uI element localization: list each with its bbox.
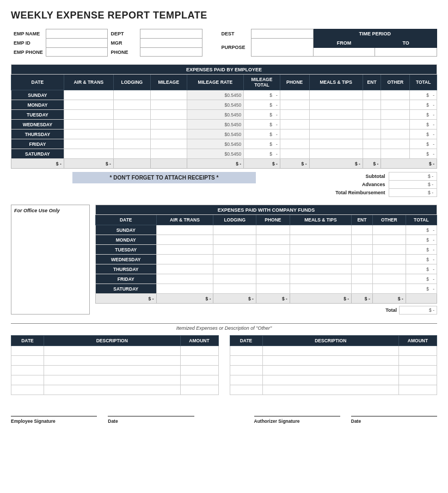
dept-value[interactable] [140,29,202,39]
cf-lodging-cell[interactable] [213,264,256,274]
meals-cell[interactable] [309,149,363,159]
emp-phone-value[interactable] [46,48,108,57]
lodging-cell[interactable] [113,139,150,149]
it-amount[interactable] [399,375,437,385]
other-cell[interactable] [381,110,410,120]
other-cell[interactable] [381,130,410,139]
purpose-value[interactable] [251,39,314,57]
phone-cell[interactable] [280,139,309,149]
mileage-cell[interactable] [150,110,187,120]
it-date[interactable] [230,375,262,385]
mileage-cell[interactable] [150,149,187,159]
authorizer-date-field[interactable]: Date [351,408,437,424]
it-date[interactable] [11,366,44,375]
other-cell[interactable] [381,90,410,100]
advances-value[interactable]: $ - [389,181,437,189]
cf-meals-cell[interactable] [290,284,351,294]
cf-lodging-cell[interactable] [213,225,256,235]
cf-other-cell[interactable] [372,255,406,264]
it-desc[interactable] [44,385,181,395]
air-trans-cell[interactable] [64,139,113,149]
cf-ent-cell[interactable] [352,264,373,274]
cf-meals-cell[interactable] [290,255,351,264]
ent-cell[interactable] [363,100,381,110]
dest-value[interactable] [251,29,314,39]
cf-phone-cell[interactable] [256,245,290,255]
cf-ent-cell[interactable] [352,245,373,255]
it-desc[interactable] [262,375,399,385]
other-cell[interactable] [381,120,410,130]
cf-phone-cell[interactable] [256,235,290,245]
cf-air-cell[interactable] [156,264,213,274]
it-amount[interactable] [399,356,437,366]
cf-air-cell[interactable] [156,245,213,255]
it-amount[interactable] [180,346,218,356]
cf-lodging-cell[interactable] [213,284,256,294]
it-amount[interactable] [399,346,437,356]
mileage-cell[interactable] [150,90,187,100]
it-amount[interactable] [399,385,437,395]
cf-other-cell[interactable] [372,284,406,294]
cf-other-cell[interactable] [372,235,406,245]
phone-cell[interactable] [280,130,309,139]
meals-cell[interactable] [309,100,363,110]
lodging-cell[interactable] [113,90,150,100]
phone-cell[interactable] [280,110,309,120]
it-desc[interactable] [262,385,399,395]
phone-cell[interactable] [280,100,309,110]
meals-cell[interactable] [309,130,363,139]
cf-meals-cell[interactable] [290,225,351,235]
cf-other-cell[interactable] [372,245,406,255]
phone-cell[interactable] [280,149,309,159]
phone-cell[interactable] [280,90,309,100]
lodging-cell[interactable] [113,110,150,120]
cf-ent-cell[interactable] [352,225,373,235]
emp-id-value[interactable] [46,39,108,48]
cf-air-cell[interactable] [156,235,213,245]
employee-date-field[interactable]: Date [108,408,194,424]
it-desc[interactable] [44,356,181,366]
it-desc[interactable] [262,356,399,366]
ent-cell[interactable] [363,110,381,120]
cf-air-cell[interactable] [156,225,213,235]
other-cell[interactable] [381,149,410,159]
to-value[interactable] [375,48,437,57]
cf-other-cell[interactable] [372,225,406,235]
cf-ent-cell[interactable] [352,255,373,264]
from-value[interactable] [313,48,375,57]
cf-other-cell[interactable] [372,264,406,274]
it-date[interactable] [230,385,262,395]
ent-cell[interactable] [363,139,381,149]
emp-name-value[interactable] [46,29,108,39]
meals-cell[interactable] [309,139,363,149]
it-date[interactable] [11,385,44,395]
cf-air-cell[interactable] [156,274,213,284]
cf-phone-cell[interactable] [256,264,290,274]
air-trans-cell[interactable] [64,110,113,120]
it-amount[interactable] [180,366,218,375]
it-amount[interactable] [180,356,218,366]
it-date[interactable] [230,366,262,375]
cf-lodging-cell[interactable] [213,245,256,255]
employee-signature-field[interactable]: Employee Signature [11,408,97,424]
lodging-cell[interactable] [113,100,150,110]
it-desc[interactable] [44,366,181,375]
other-cell[interactable] [381,100,410,110]
cf-meals-cell[interactable] [290,264,351,274]
it-amount[interactable] [399,366,437,375]
air-trans-cell[interactable] [64,149,113,159]
total-reimb-value[interactable]: $ - [389,189,437,197]
lodging-cell[interactable] [113,120,150,130]
cf-air-cell[interactable] [156,284,213,294]
air-trans-cell[interactable] [64,120,113,130]
air-trans-cell[interactable] [64,90,113,100]
meals-cell[interactable] [309,110,363,120]
it-desc[interactable] [44,346,181,356]
cf-phone-cell[interactable] [256,255,290,264]
lodging-cell[interactable] [113,130,150,139]
mileage-cell[interactable] [150,139,187,149]
mileage-cell[interactable] [150,130,187,139]
ent-cell[interactable] [363,149,381,159]
mgr-value[interactable] [140,39,202,48]
it-date[interactable] [11,346,44,356]
